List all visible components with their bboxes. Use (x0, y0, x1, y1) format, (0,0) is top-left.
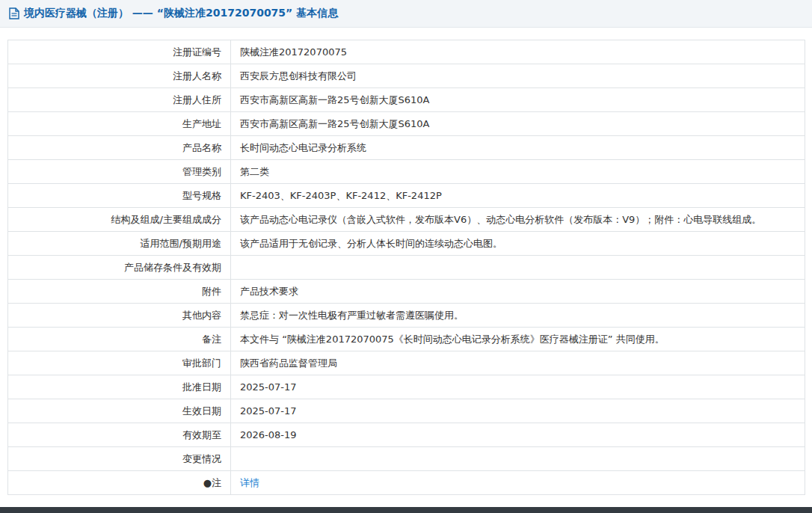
device-info-table: 注册证编号 陕械注准20172070075 注册人名称 西安辰方思创科技有限公司… (7, 40, 805, 495)
row-label: 其他内容 (8, 304, 231, 328)
table-row: 注册人名称 西安辰方思创科技有限公司 (8, 64, 805, 88)
row-label: 生效日期 (8, 399, 231, 423)
row-value: 2025-07-17 (231, 375, 805, 399)
row-label: 结构及组成/主要组成成分 (8, 208, 231, 232)
row-label: 审批部门 (8, 351, 231, 375)
table-row: 结构及组成/主要组成成分 该产品动态心电记录仪（含嵌入式软件，发布版本V6）、动… (8, 208, 805, 232)
row-value: 该产品适用于无创记录、分析人体长时间的连续动态心电图。 (231, 232, 805, 256)
table-row: 适用范围/预期用途 该产品适用于无创记录、分析人体长时间的连续动态心电图。 (8, 232, 805, 256)
row-value (231, 447, 805, 471)
row-label: 附件 (8, 280, 231, 304)
table-row: 生效日期 2025-07-17 (8, 399, 805, 423)
table-row: 管理类别 第二类 (8, 160, 805, 184)
row-value: 禁忌症：对一次性电极有严重过敏者需遵医嘱使用。 (231, 304, 805, 328)
table-row: 产品名称 长时间动态心电记录分析系统 (8, 136, 805, 160)
row-label: 注册证编号 (8, 40, 231, 64)
row-value: 西安辰方思创科技有限公司 (231, 64, 805, 88)
row-value: 陕西省药品监督管理局 (231, 351, 805, 375)
row-label: 注册人住所 (8, 88, 231, 112)
row-label: 适用范围/预期用途 (8, 232, 231, 256)
table-row: 有效期至 2026-08-19 (8, 423, 805, 447)
row-value: 长时间动态心电记录分析系统 (231, 136, 805, 160)
table-row: 产品储存条件及有效期 (8, 256, 805, 280)
table-row: ●注 详情 (8, 471, 805, 495)
row-value: 2025-07-17 (231, 399, 805, 423)
table-row: 备注 本文件与 “陕械注准20172070075《长时间动态心电记录分析系统》医… (8, 328, 805, 351)
row-value: 西安市高新区高新一路25号创新大厦S610A (231, 88, 805, 112)
row-value: KF-2403、KF-2403P、KF-2412、KF-2412P (231, 184, 805, 208)
table-row: 审批部门 陕西省药品监督管理局 (8, 351, 805, 375)
row-value: 2026-08-19 (231, 423, 805, 447)
row-value (231, 256, 805, 280)
table-row: 批准日期 2025-07-17 (8, 375, 805, 399)
row-label: 有效期至 (8, 423, 231, 447)
row-value: 陕械注准20172070075 (231, 40, 805, 64)
row-label: 批准日期 (8, 375, 231, 399)
row-label: 生产地址 (8, 112, 231, 136)
row-label: 变更情况 (8, 447, 231, 471)
table-row: 型号规格 KF-2403、KF-2403P、KF-2412、KF-2412P (8, 184, 805, 208)
table-row: 其他内容 禁忌症：对一次性电极有严重过敏者需遵医嘱使用。 (8, 304, 805, 328)
row-label: 备注 (8, 328, 231, 351)
row-label: 型号规格 (8, 184, 231, 208)
table-row: 注册人住所 西安市高新区高新一路25号创新大厦S610A (8, 88, 805, 112)
row-value: 西安市高新区高新一路25号创新大厦S610A (231, 112, 805, 136)
page-title: 境内医疗器械（注册） —— “陕械注准20172070075” 基本信息 (24, 7, 338, 20)
table-row: 附件 产品技术要求 (8, 280, 805, 304)
row-label: 管理类别 (8, 160, 231, 184)
row-label: 产品储存条件及有效期 (8, 256, 231, 280)
row-value: 该产品动态心电记录仪（含嵌入式软件，发布版本V6）、动态心电分析软件（发布版本：… (231, 208, 805, 232)
row-label: ●注 (8, 471, 231, 495)
row-value: 详情 (231, 471, 805, 495)
row-value: 第二类 (231, 160, 805, 184)
document-icon (9, 7, 19, 19)
row-value: 产品技术要求 (231, 280, 805, 304)
row-value: 本文件与 “陕械注准20172070075《长时间动态心电记录分析系统》医疗器械… (231, 328, 805, 351)
row-label: 注册人名称 (8, 64, 231, 88)
detail-link[interactable]: 详情 (240, 477, 259, 488)
row-label: 产品名称 (8, 136, 231, 160)
table-row: 注册证编号 陕械注准20172070075 (8, 40, 805, 64)
page-header: 境内医疗器械（注册） —— “陕械注准20172070075” 基本信息 (0, 0, 812, 28)
table-row: 变更情况 (8, 447, 805, 471)
table-row: 生产地址 西安市高新区高新一路25号创新大厦S610A (8, 112, 805, 136)
footer-bar (0, 507, 812, 513)
